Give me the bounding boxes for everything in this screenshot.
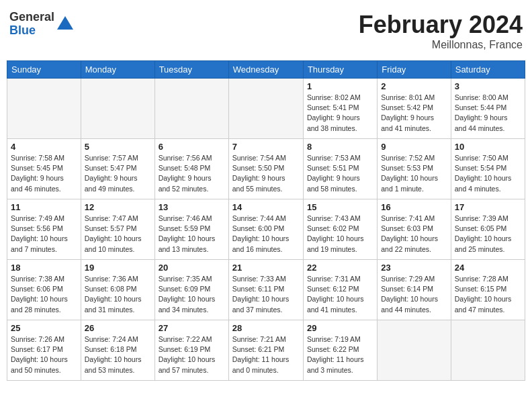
day-info: Sunrise: 8:00 AMSunset: 5:44 PMDaylight:… — [455, 93, 521, 134]
calendar-cell: 20Sunrise: 7:35 AMSunset: 6:09 PMDayligh… — [154, 260, 228, 320]
calendar-cell: 22Sunrise: 7:31 AMSunset: 6:12 PMDayligh… — [303, 260, 377, 320]
title-month: February 2024 — [359, 11, 523, 39]
day-info: Sunrise: 7:58 AMSunset: 5:45 PMDaylight:… — [11, 153, 77, 194]
day-info: Sunrise: 7:44 AMSunset: 6:00 PMDaylight:… — [232, 214, 300, 255]
calendar-week-4: 18Sunrise: 7:38 AMSunset: 6:06 PMDayligh… — [7, 260, 525, 320]
day-number: 27 — [159, 323, 225, 333]
day-number: 13 — [159, 202, 225, 212]
day-info: Sunrise: 7:53 AMSunset: 5:51 PMDaylight:… — [307, 153, 373, 194]
calendar-table: SundayMondayTuesdayWednesdayThursdayFrid… — [7, 60, 525, 381]
day-number: 8 — [307, 142, 373, 152]
title-block: February 2024 Meillonnas, France — [359, 11, 523, 51]
calendar-cell: 8Sunrise: 7:53 AMSunset: 5:51 PMDaylight… — [303, 139, 377, 199]
calendar-cell: 9Sunrise: 7:52 AMSunset: 5:53 PMDaylight… — [378, 139, 451, 199]
weekday-header-wednesday: Wednesday — [228, 61, 303, 79]
calendar-cell: 18Sunrise: 7:38 AMSunset: 6:06 PMDayligh… — [7, 260, 81, 320]
day-info: Sunrise: 8:02 AMSunset: 5:41 PMDaylight:… — [307, 93, 373, 134]
day-info: Sunrise: 7:26 AMSunset: 6:17 PMDaylight:… — [11, 334, 77, 375]
day-number: 14 — [232, 202, 300, 212]
calendar-cell — [451, 320, 525, 381]
logo-text: General Blue — [9, 11, 54, 38]
day-info: Sunrise: 7:21 AMSunset: 6:21 PMDaylight:… — [232, 334, 300, 375]
title-location: Meillonnas, France — [359, 39, 523, 51]
day-number: 18 — [11, 263, 77, 273]
day-info: Sunrise: 7:54 AMSunset: 5:50 PMDaylight:… — [232, 153, 300, 194]
calendar-cell: 10Sunrise: 7:50 AMSunset: 5:54 PMDayligh… — [451, 139, 525, 199]
logo-general: General — [9, 11, 54, 24]
day-number: 7 — [232, 142, 300, 152]
calendar-cell: 24Sunrise: 7:28 AMSunset: 6:15 PMDayligh… — [451, 260, 525, 320]
day-info: Sunrise: 7:49 AMSunset: 5:56 PMDaylight:… — [11, 214, 77, 255]
page-header: General Blue February 2024 Meillonnas, F… — [7, 7, 525, 55]
weekday-header-sunday: Sunday — [7, 61, 81, 79]
day-info: Sunrise: 7:29 AMSunset: 6:14 PMDaylight:… — [381, 274, 447, 315]
day-info: Sunrise: 7:50 AMSunset: 5:54 PMDaylight:… — [455, 153, 521, 194]
day-info: Sunrise: 7:43 AMSunset: 6:02 PMDaylight:… — [307, 214, 373, 255]
calendar-cell — [154, 79, 228, 139]
calendar-cell: 12Sunrise: 7:47 AMSunset: 5:57 PMDayligh… — [81, 199, 154, 260]
day-number: 15 — [307, 202, 373, 212]
logo-icon — [56, 15, 75, 34]
calendar-cell: 11Sunrise: 7:49 AMSunset: 5:56 PMDayligh… — [7, 199, 81, 260]
day-info: Sunrise: 7:56 AMSunset: 5:48 PMDaylight:… — [159, 153, 225, 194]
calendar-cell: 13Sunrise: 7:46 AMSunset: 5:59 PMDayligh… — [154, 199, 228, 260]
day-number: 1 — [307, 81, 373, 91]
calendar-week-2: 4Sunrise: 7:58 AMSunset: 5:45 PMDaylight… — [7, 139, 525, 199]
day-info: Sunrise: 7:47 AMSunset: 5:57 PMDaylight:… — [85, 214, 151, 255]
day-info: Sunrise: 7:41 AMSunset: 6:03 PMDaylight:… — [381, 214, 447, 255]
day-number: 2 — [381, 81, 447, 91]
calendar-week-3: 11Sunrise: 7:49 AMSunset: 5:56 PMDayligh… — [7, 199, 525, 260]
calendar-cell: 1Sunrise: 8:02 AMSunset: 5:41 PMDaylight… — [303, 79, 377, 139]
day-number: 5 — [85, 142, 151, 152]
logo: General Blue — [9, 11, 75, 38]
day-number: 9 — [381, 142, 447, 152]
day-info: Sunrise: 7:28 AMSunset: 6:15 PMDaylight:… — [455, 274, 521, 315]
day-number: 16 — [381, 202, 447, 212]
day-info: Sunrise: 7:36 AMSunset: 6:08 PMDaylight:… — [85, 274, 151, 315]
day-number: 23 — [381, 263, 447, 273]
svg-marker-0 — [57, 16, 73, 30]
weekday-header-saturday: Saturday — [451, 61, 525, 79]
calendar-cell: 21Sunrise: 7:33 AMSunset: 6:11 PMDayligh… — [228, 260, 303, 320]
day-info: Sunrise: 7:22 AMSunset: 6:19 PMDaylight:… — [159, 334, 225, 375]
day-info: Sunrise: 7:52 AMSunset: 5:53 PMDaylight:… — [381, 153, 447, 194]
day-number: 3 — [455, 81, 521, 91]
day-number: 20 — [159, 263, 225, 273]
day-number: 17 — [455, 202, 521, 212]
day-number: 10 — [455, 142, 521, 152]
calendar-week-1: 1Sunrise: 8:02 AMSunset: 5:41 PMDaylight… — [7, 79, 525, 139]
calendar-cell: 5Sunrise: 7:57 AMSunset: 5:47 PMDaylight… — [81, 139, 154, 199]
weekday-header-row: SundayMondayTuesdayWednesdayThursdayFrid… — [7, 61, 525, 79]
day-number: 29 — [307, 323, 373, 333]
calendar-cell — [228, 79, 303, 139]
day-info: Sunrise: 7:38 AMSunset: 6:06 PMDaylight:… — [11, 274, 77, 315]
day-number: 4 — [11, 142, 77, 152]
calendar-cell: 16Sunrise: 7:41 AMSunset: 6:03 PMDayligh… — [378, 199, 451, 260]
day-number: 12 — [85, 202, 151, 212]
day-number: 21 — [232, 263, 300, 273]
calendar-cell: 7Sunrise: 7:54 AMSunset: 5:50 PMDaylight… — [228, 139, 303, 199]
weekday-header-thursday: Thursday — [303, 61, 377, 79]
calendar-cell: 17Sunrise: 7:39 AMSunset: 6:05 PMDayligh… — [451, 199, 525, 260]
day-number: 25 — [11, 323, 77, 333]
calendar-cell: 6Sunrise: 7:56 AMSunset: 5:48 PMDaylight… — [154, 139, 228, 199]
day-number: 26 — [85, 323, 151, 333]
day-info: Sunrise: 8:01 AMSunset: 5:42 PMDaylight:… — [381, 93, 447, 134]
calendar-cell: 15Sunrise: 7:43 AMSunset: 6:02 PMDayligh… — [303, 199, 377, 260]
day-info: Sunrise: 7:35 AMSunset: 6:09 PMDaylight:… — [159, 274, 225, 315]
day-number: 28 — [232, 323, 300, 333]
day-info: Sunrise: 7:57 AMSunset: 5:47 PMDaylight:… — [85, 153, 151, 194]
calendar-cell: 26Sunrise: 7:24 AMSunset: 6:18 PMDayligh… — [81, 320, 154, 381]
day-number: 6 — [159, 142, 225, 152]
calendar-cell: 27Sunrise: 7:22 AMSunset: 6:19 PMDayligh… — [154, 320, 228, 381]
day-number: 22 — [307, 263, 373, 273]
calendar-cell: 25Sunrise: 7:26 AMSunset: 6:17 PMDayligh… — [7, 320, 81, 381]
calendar-cell: 19Sunrise: 7:36 AMSunset: 6:08 PMDayligh… — [81, 260, 154, 320]
calendar-cell — [7, 79, 81, 139]
calendar-cell: 29Sunrise: 7:19 AMSunset: 6:22 PMDayligh… — [303, 320, 377, 381]
calendar-cell: 28Sunrise: 7:21 AMSunset: 6:21 PMDayligh… — [228, 320, 303, 381]
calendar-cell: 14Sunrise: 7:44 AMSunset: 6:00 PMDayligh… — [228, 199, 303, 260]
logo-blue: Blue — [9, 24, 54, 38]
calendar-cell: 4Sunrise: 7:58 AMSunset: 5:45 PMDaylight… — [7, 139, 81, 199]
day-info: Sunrise: 7:31 AMSunset: 6:12 PMDaylight:… — [307, 274, 373, 315]
